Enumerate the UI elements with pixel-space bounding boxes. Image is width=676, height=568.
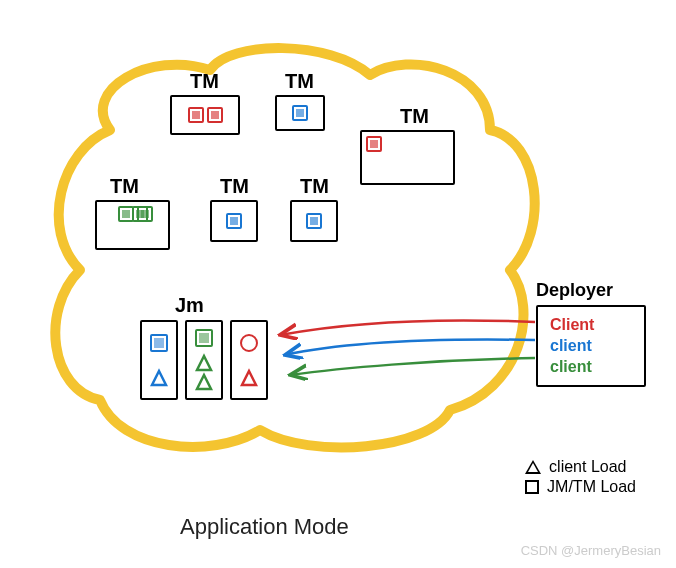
svg-marker-0 — [152, 371, 166, 385]
jm-box-3 — [230, 320, 268, 400]
watermark: CSDN @JermeryBesian — [521, 543, 661, 558]
tm-box-2 — [275, 95, 325, 131]
tm-label-5: TM — [220, 175, 249, 198]
legend-client-load: client Load — [549, 458, 626, 476]
tm-box-5 — [210, 200, 258, 242]
diagram-caption: Application Mode — [180, 514, 349, 540]
legend-triangle-icon — [525, 460, 541, 474]
jm-box-1 — [140, 320, 178, 400]
client-green: client — [550, 357, 632, 378]
tm-label-4: TM — [110, 175, 139, 198]
deployer-title: Deployer — [536, 280, 646, 301]
legend-jmtm-load: JM/TM Load — [547, 478, 636, 496]
tm-box-6 — [290, 200, 338, 242]
client-red: Client — [550, 315, 632, 336]
tm-box-1 — [170, 95, 240, 135]
svg-marker-2 — [197, 375, 211, 389]
deployer-container: Deployer Client client client — [536, 280, 646, 387]
jm-box-2 — [185, 320, 223, 400]
tm-label-6: TM — [300, 175, 329, 198]
client-blue: client — [550, 336, 632, 357]
svg-marker-1 — [197, 356, 211, 370]
jm-label: Jm — [175, 294, 204, 317]
legend-square-icon — [525, 480, 539, 494]
legend: client Load JM/TM Load — [525, 458, 636, 498]
svg-marker-3 — [242, 371, 256, 385]
tm-box-4 — [95, 200, 170, 250]
tm-label-2: TM — [285, 70, 314, 93]
tm-label-1: TM — [190, 70, 219, 93]
deployer-box: Client client client — [536, 305, 646, 387]
tm-label-3: TM — [400, 105, 429, 128]
tm-box-3 — [360, 130, 455, 185]
